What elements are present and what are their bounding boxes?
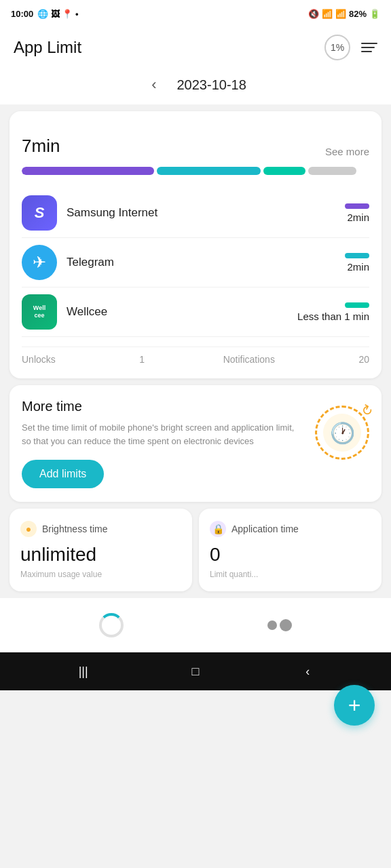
- telegram-time: 2min: [347, 261, 369, 273]
- more-time-content: More time Set the time limit of mobile p…: [22, 399, 315, 488]
- app-time-label: Application time: [231, 524, 299, 534]
- app-title: App Limit: [14, 38, 81, 57]
- total-time-display: 7min: [22, 125, 60, 157]
- stats-row: Unlocks 1 Notifications 20: [22, 347, 369, 365]
- filter-icon-button[interactable]: 1%: [324, 35, 350, 60]
- limit-cards-row: ● Brightness time unlimited Maximum usag…: [10, 509, 381, 591]
- app-time-icon: 🔒: [210, 521, 226, 537]
- sys-nav-back-button[interactable]: ‹: [294, 658, 321, 685]
- wellcee-time: Less than 1 min: [297, 311, 369, 322]
- progress-seg-3: [263, 167, 305, 175]
- samsung-internet-label: Samsung Internet: [67, 206, 345, 220]
- status-icons: 🌐 🖼 📍 •: [37, 9, 78, 19]
- clock-face-icon: 🕐: [323, 414, 361, 452]
- telegram-time-wrap: 2min: [345, 253, 369, 273]
- wellcee-dot: [345, 302, 369, 308]
- add-limits-button[interactable]: Add limits: [22, 460, 104, 488]
- date-nav: ‹ 2023-10-18: [0, 68, 391, 104]
- bottom-nav-ring[interactable]: [99, 613, 124, 637]
- samsung-time: 2min: [347, 212, 369, 223]
- see-more-link[interactable]: See more: [325, 146, 369, 157]
- brightness-value: unlimited: [20, 544, 181, 566]
- total-time-value: 7min: [22, 123, 60, 159]
- more-time-title: More time: [22, 399, 304, 414]
- progress-seg-1: [22, 167, 154, 175]
- app-time-sublabel: Limit quanti...: [210, 570, 371, 579]
- progress-seg-4: [308, 167, 357, 175]
- usage-progress-bar: [22, 167, 369, 175]
- unlocks-value: 1: [139, 354, 145, 365]
- menu-icon-button[interactable]: [361, 43, 377, 52]
- samsung-dot: [345, 203, 369, 209]
- brightness-icon: ●: [20, 521, 37, 537]
- app-row-wellcee: Wellcee Wellcee Less than 1 min: [22, 288, 369, 337]
- brightness-label: Brightness time: [42, 524, 107, 534]
- notifications-value: 20: [358, 354, 369, 365]
- battery-label: 82%: [349, 9, 367, 19]
- date-display: 2023-10-18: [177, 77, 246, 93]
- application-time-card: 🔒 Application time 0 Limit quanti...: [199, 509, 381, 591]
- telegram-label: Telegram: [67, 256, 345, 269]
- samsung-time-wrap: 2min: [345, 203, 369, 223]
- wellcee-label: Wellcee: [67, 305, 297, 319]
- date-back-button[interactable]: ‹: [145, 73, 163, 96]
- dot-large: [280, 619, 292, 631]
- sys-nav-menu-button[interactable]: |||: [70, 658, 97, 685]
- filter-label: 1%: [331, 42, 344, 53]
- mute-icon: 🔇: [308, 9, 319, 19]
- wellcee-icon: Wellcee: [22, 294, 57, 330]
- telegram-dot: [345, 253, 369, 258]
- more-time-desc: Set the time limit of mobile phone's bri…: [22, 421, 304, 448]
- status-time: 10:00: [11, 9, 33, 19]
- battery-icon: 🔋: [369, 9, 380, 19]
- brightness-sublabel: Maximum usage value: [20, 570, 181, 579]
- status-left: 10:00 🌐 🖼 📍 •: [11, 9, 79, 19]
- dots-icon: [267, 619, 292, 631]
- app-row-samsung: S Samsung Internet 2min: [22, 189, 369, 238]
- system-nav-bar: ||| □ ‹: [0, 652, 391, 690]
- main-usage-card: 7min See more S Samsung Internet 2min ✈ …: [10, 111, 381, 378]
- brightness-time-card: ● Brightness time unlimited Maximum usag…: [10, 509, 192, 591]
- brightness-card-header: ● Brightness time: [20, 521, 181, 537]
- sys-nav-home-button[interactable]: □: [182, 658, 209, 685]
- app-bar-icons: 1%: [324, 35, 377, 60]
- app-time-card-header: 🔒 Application time: [210, 521, 371, 537]
- clock-illustration: ↻ 🕐: [315, 406, 369, 460]
- dot-small: [267, 620, 277, 630]
- total-time-row: 7min See more: [22, 125, 369, 157]
- bottom-nav-dots[interactable]: [267, 619, 292, 631]
- app-time-value: 0: [210, 544, 371, 566]
- progress-seg-2: [157, 167, 261, 175]
- signal-icon: 📶: [335, 9, 346, 19]
- add-fab-button[interactable]: +: [334, 685, 375, 726]
- clock-arrow: ↻: [358, 400, 376, 420]
- more-time-card: More time Set the time limit of mobile p…: [10, 385, 381, 502]
- bottom-nav: [0, 598, 391, 652]
- notifications-label: Notifications: [223, 354, 275, 365]
- app-row-telegram: ✈ Telegram 2min: [22, 238, 369, 288]
- telegram-icon: ✈: [22, 245, 57, 280]
- status-bar: 10:00 🌐 🖼 📍 • 🔇 📶 📶 82% 🔋: [0, 0, 391, 27]
- wellcee-time-wrap: Less than 1 min: [297, 302, 369, 322]
- wifi-icon: 📶: [322, 9, 333, 19]
- ring-progress-icon: [99, 613, 124, 637]
- app-bar: App Limit 1%: [0, 27, 391, 68]
- status-right: 🔇 📶 📶 82% 🔋: [308, 9, 380, 19]
- samsung-internet-icon: S: [22, 195, 57, 231]
- unlocks-label: Unlocks: [22, 354, 56, 365]
